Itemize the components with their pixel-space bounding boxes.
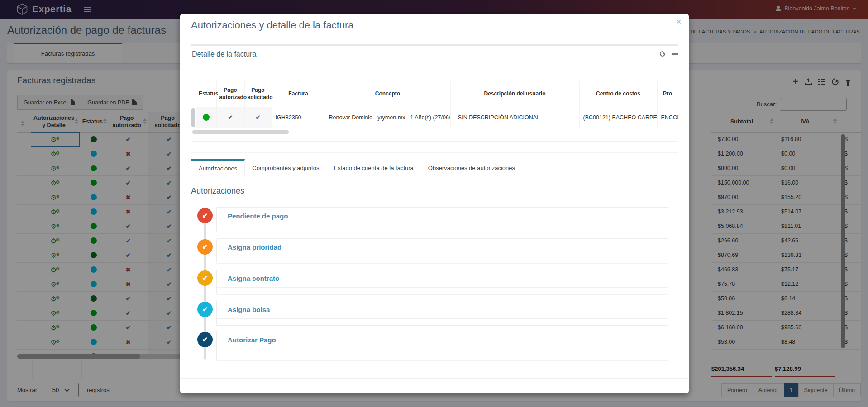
invoice-table-region: EstatusPago autorizadoPago solicitadoFac… [191,81,678,128]
invoice-detail-modal: Autorizaciones y detalle de la factura ×… [180,14,689,393]
timeline-step-label[interactable]: Asigna prioridad [217,239,668,256]
collapse-icon[interactable] [672,53,678,55]
invoice-column-header: Centro de costos [579,81,657,107]
divider [191,141,678,142]
detail-box-title: Detalle de la factura [192,50,256,58]
timeline-step-body [217,318,668,326]
pago-solicitado-check-icon: ✔ [256,114,261,121]
factura-cell: IGH82350 [272,107,325,128]
timeline-step-circle: ✔ [197,239,213,255]
tab-autorizaciones[interactable]: Autorizaciones [191,159,245,177]
proveedor-cell: ENCORE [657,107,678,128]
timeline-step-label[interactable]: Asigna contrato [217,270,668,287]
timeline-step-card: Pendiente de pago [216,207,668,232]
timeline-step-label[interactable]: Autorizar Pago [217,331,668,349]
check-icon: ✔ [202,305,208,313]
modal-title: Autorizaciones y detalle de la factura [191,19,354,31]
invoice-row[interactable]: ✔ ✔ IGH82350 Renovar Dominio - yrymen.mx… [196,107,678,128]
timeline-step-circle: ✔ [197,302,213,317]
modal-tabs: AutorizacionesComprobantes y adjuntosEst… [191,159,678,177]
invoice-column-header: Concepto [325,81,450,107]
pago-autorizado-check-icon: ✔ [228,114,233,121]
timeline-step-label[interactable]: Pendiente de pago [217,208,668,225]
invoice-column-header: Descripción del usuario [450,81,579,107]
screen: Expertia Bienvenido Jaime Benites Autori… [0,0,868,407]
invoice-column-header: Pago autorizado [216,81,244,107]
invoice-column-header: Pro [657,81,678,107]
timeline-step-body [217,256,668,263]
refresh-icon[interactable] [659,50,667,58]
timeline-step-card: Asigna contrato [216,270,668,294]
status-circle [203,114,210,121]
modal-footer-divider [180,378,689,379]
invoice-column-header: Factura [272,81,325,107]
tab-comprobantes-y-adjuntos[interactable]: Comprobantes y adjuntos [245,159,326,177]
invoice-column-header: Pago solicitado [244,81,272,107]
check-icon: ✔ [202,274,208,282]
timeline-step-label[interactable]: Asigna bolsa [217,301,668,318]
detail-box-accent [191,44,678,46]
timeline-step-card: Asigna bolsa [216,301,668,326]
detail-box-tools [660,51,678,57]
tab-estado-de-cuenta-de-la-factura[interactable]: Estado de cuenta de la factura [326,159,420,177]
modal-header-divider [180,40,689,40]
concepto-cell: Renovar Dominio - yrymen.mx - 1 Año(s) (… [325,107,450,128]
timeline-step-circle: ✔ [197,208,213,223]
timeline-step-card: Asigna prioridad [216,238,668,263]
row-scroll-gutter[interactable] [191,108,195,127]
timeline-step-card: Autorizar Pago [216,331,668,360]
check-icon: ✔ [202,243,208,251]
check-icon: ✔ [202,336,208,343]
timeline-step-body [217,287,668,294]
tab-observaciones-de-autorizaciones[interactable]: Observaciones de autorizaciones [421,159,522,177]
invoice-column-header: Estatus [196,81,216,107]
close-icon[interactable]: × [673,16,684,27]
modal-horizontal-scrollbar[interactable] [192,130,289,134]
timeline-step-circle: ✔ [197,332,213,347]
centro-costos-cell: (BC00121) BACHEO CARPETA F [579,107,657,128]
timeline-step-circle: ✔ [197,270,213,286]
divider [191,152,678,153]
section-title: Autorizaciones [191,186,244,196]
timeline-step-body [217,349,668,360]
check-icon: ✔ [202,212,208,219]
timeline-step-body [217,225,668,232]
descripcion-cell: --SIN DESCRIPCIÓN ADICIONAL-- [450,107,579,128]
